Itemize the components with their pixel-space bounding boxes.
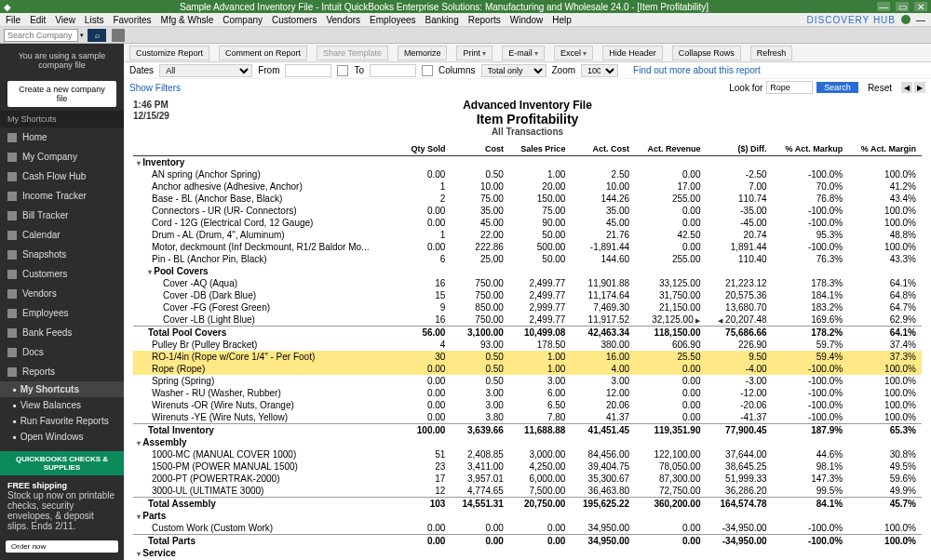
to-date-input[interactable] [370,64,416,77]
table-row[interactable]: Total Assembly10314,551.3120,750.00195,6… [133,498,922,511]
collapse-rows-button[interactable]: Collapse Rows [672,46,741,60]
share-template-button[interactable]: Share Template [317,46,388,60]
zoom-select[interactable]: 100% [581,64,618,77]
table-row[interactable]: Pulley Br (Pulley Bracket)493.00178.5038… [133,339,922,351]
menu-employees[interactable]: Employees [370,15,415,25]
sidebar-item-vendors[interactable]: Vendors [0,284,124,303]
table-row[interactable]: Anchor adhesive (Adhesive, Anchor)110.00… [133,180,922,193]
menu-customers[interactable]: Customers [272,15,317,25]
table-row[interactable]: AN spring (Anchor Spring)0.000.501.002.5… [133,168,922,180]
table-row[interactable]: 1500-PM (POWER MANUAL 1500)233,411.004,2… [133,460,922,473]
excel-dropdown[interactable]: Excel [554,46,593,60]
sidebar-item-reports[interactable]: Reports [0,362,124,381]
table-row[interactable]: Custom Work (Custom Work)0.000.000.0034,… [133,522,922,535]
dates-select[interactable]: All [159,64,252,77]
sidebar-item-docs[interactable]: Docs [0,342,124,362]
global-search-input[interactable] [4,29,78,42]
sidebar-item-home[interactable]: Home [0,127,124,147]
menu-edit[interactable]: Edit [30,15,46,25]
minimize-button[interactable]: — [877,2,890,11]
table-row[interactable]: Wirenuts -YE (Wire Nuts, Yellow)0.003.80… [133,411,922,424]
menu-reports[interactable]: Reports [468,15,501,25]
section-header[interactable]: Parts [133,510,922,522]
show-filters-link[interactable]: Show Filters [129,83,181,93]
col-header[interactable]: Sales Price [509,142,571,156]
menu-help[interactable]: Help [552,15,572,25]
menu-banking[interactable]: Banking [425,15,459,25]
table-row[interactable]: Pin - BL (Anchor Pin, Black)625.0050.001… [133,253,922,265]
sidebar-item-incometracker[interactable]: Income Tracker [0,186,124,206]
table-row[interactable]: Spring (Spring)0.000.503.003.000.00-3.00… [133,375,922,387]
sidebar-sub-viewbalances[interactable]: ■ View Balances [0,397,124,413]
to-calendar-icon[interactable] [422,65,433,76]
discovery-hub-link[interactable]: DISCOVERY HUB [807,15,896,25]
table-row[interactable]: Total Pool Covers56.003,100.0010,499.084… [133,327,922,340]
memorize-button[interactable]: Memorize [398,46,448,60]
print-dropdown[interactable]: Print [456,46,492,60]
table-row[interactable]: Drum - AL (Drum, 4", Aluminum)122.0050.0… [133,229,922,241]
table-row[interactable]: 2000-PT (POWERTRAK-2000)173,957.016,000.… [133,473,922,485]
sidebar-item-mycompany[interactable]: My Company [0,147,124,167]
sidebar-item-billtracker[interactable]: Bill Tracker [0,206,124,225]
sidebar-item-employees[interactable]: Employees [0,303,124,323]
from-date-input[interactable] [285,64,331,77]
global-search-button[interactable]: ⌕ [88,29,106,42]
menu-mfgwhsle[interactable]: Mfg & Whsle [161,15,214,25]
col-header[interactable]: % Act. Markup [773,142,849,156]
table-row[interactable]: Cover -DB (Dark Blue)15750.002,499.7711,… [133,289,922,301]
menu-window[interactable]: Window [510,15,544,25]
subsection-header[interactable]: Pool Covers [133,265,922,277]
section-header[interactable]: Service [133,547,922,559]
next-result-button[interactable]: ▶ [914,82,925,93]
refresh-button[interactable]: Refresh [750,46,793,60]
col-header[interactable]: % Act. Margin [848,142,922,156]
customize-report-button[interactable]: Customize Report [129,46,209,60]
menu-favorites[interactable]: Favorites [113,15,151,25]
table-row[interactable]: 1000-MC (MANUAL COVER 1000)512,408.853,0… [133,448,922,460]
table-row[interactable]: Cord - 12G (Electrical Cord, 12 Gauge)0.… [133,217,922,229]
table-row[interactable]: Washer - RU (Washer, Rubber)0.003.006.00… [133,387,922,399]
menu-file[interactable]: File [6,15,20,25]
close-button[interactable]: ✕ [914,2,927,11]
promo-banner[interactable]: QUICKBOOKS CHECKS & SUPPLIES [0,451,124,475]
prev-result-button[interactable]: ◀ [901,82,912,93]
lookfor-input[interactable] [766,81,813,94]
order-now-button[interactable]: Order now [6,540,118,553]
from-calendar-icon[interactable] [337,65,348,76]
sidebar-item-cashflowhub[interactable]: Cash Flow Hub [0,167,124,186]
email-dropdown[interactable]: E-mail [502,46,545,60]
col-header[interactable]: Qty Sold [400,142,451,156]
table-row[interactable]: Connectors - UR (UR- Connectors)0.0035.0… [133,205,922,217]
menu-company[interactable]: Company [223,15,263,25]
menu-vendors[interactable]: Vendors [326,15,360,25]
search-button[interactable]: Search [816,82,858,93]
table-row[interactable]: 3000-UL (ULTIMATE 3000)124,774.657,500.0… [133,485,922,498]
col-header[interactable]: Act. Revenue [635,142,706,156]
menu-view[interactable]: View [55,15,75,25]
table-row[interactable]: Wirenuts -OR (Wire Nuts, Orange)0.003.00… [133,399,922,411]
table-row[interactable]: Total Inventory100.003,639.6611,688.8841… [133,424,922,437]
section-header[interactable]: Inventory [133,156,922,169]
table-row[interactable]: Cover -LB (Light Blue)16750.002,499.7711… [133,313,922,327]
table-row[interactable]: Rope (Rope)0.000.501.004.000.00-4.00-100… [133,363,922,375]
table-row[interactable]: Total Parts0.000.000.0034,950.000.00-34,… [133,535,922,548]
comment-button[interactable]: Comment on Report [219,46,307,60]
sidebar-sub-runfavoritereports[interactable]: ■ Run Favorite Reports [0,413,124,429]
col-header[interactable]: ($) Diff. [706,142,772,156]
section-header[interactable]: Assembly [133,436,922,448]
sidebar-item-snapshots[interactable]: Snapshots [0,245,124,264]
table-row[interactable]: Motor, deckmount (Inf Deckmount, R1/2 Ba… [133,241,922,253]
grid-view-icon[interactable] [112,29,125,42]
reset-button[interactable]: Reset [862,82,897,94]
table-row[interactable]: Cover -AQ (Aqua)16750.002,499.7711,901.8… [133,277,922,289]
sidebar-item-customers[interactable]: Customers [0,264,124,284]
sidebar-sub-openwindows[interactable]: ■ Open Windows [0,429,124,445]
sidebar-item-calendar[interactable]: Calendar [0,225,124,245]
find-out-more-link[interactable]: Find out more about this report [633,65,761,75]
table-row[interactable]: RO-1/4in (Rope w/Core 1/4" - Per Foot)30… [133,351,922,363]
search-dropdown-arrow[interactable]: ▾ [78,32,86,39]
sidebar-sub-myshortcuts[interactable]: ■ My Shortcuts [0,381,124,397]
hide-header-button[interactable]: Hide Header [602,46,663,60]
maximize-button[interactable]: ▭ [896,2,909,11]
columns-select[interactable]: Total only [481,64,546,77]
